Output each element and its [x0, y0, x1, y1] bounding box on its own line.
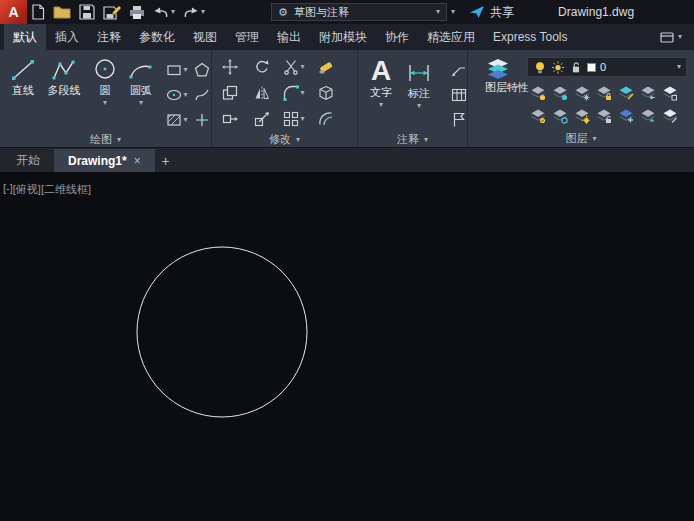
layer-isolate-tool[interactable]: [552, 85, 568, 101]
chevron-down-icon: ▾: [139, 99, 143, 107]
draw-panel: 直线 多段线 圆 ▾ 圆弧 ▾: [0, 50, 212, 147]
layer-unlock-tool[interactable]: [596, 108, 612, 124]
layer-off-tool[interactable]: [530, 85, 546, 101]
move-tool[interactable]: [222, 59, 238, 75]
workspace-selector[interactable]: ⚙ 草图与注释 ▾: [271, 3, 447, 21]
fillet-icon: [283, 85, 299, 101]
rotate-tool[interactable]: [254, 59, 270, 75]
chevron-down-icon: ▾: [300, 115, 304, 123]
tab-collaborate[interactable]: 协作: [376, 24, 418, 50]
table-icon: [451, 87, 467, 103]
layer-match-tool[interactable]: [618, 85, 634, 101]
tab-parametric[interactable]: 参数化: [130, 24, 184, 50]
panel-title: 修改: [269, 132, 291, 147]
modify-panel-content: ▾ ▾: [212, 50, 357, 132]
polyline-tool[interactable]: 多段线: [41, 53, 87, 132]
layer-state-icon: [662, 85, 678, 101]
arc-tool[interactable]: 圆弧 ▾: [123, 53, 159, 132]
layer-thaw-tool[interactable]: [574, 108, 590, 124]
rectangle-tool[interactable]: ▾: [163, 62, 191, 78]
dimension-tool[interactable]: 标注 ▾: [399, 53, 439, 132]
spline-tool[interactable]: [191, 87, 213, 103]
save-as-icon: [103, 4, 121, 20]
layer-lock-tool[interactable]: [596, 85, 612, 101]
rotate-icon: [254, 59, 270, 75]
offset-tool[interactable]: [318, 111, 334, 127]
explode-tool[interactable]: [318, 85, 334, 101]
hatch-tool[interactable]: ▾: [163, 112, 191, 128]
trim-tool[interactable]: ▾: [283, 59, 304, 75]
layer-unlock-icon: [569, 60, 583, 75]
fillet-tool[interactable]: ▾: [283, 85, 304, 101]
annotation-panel-label[interactable]: 注释 ▾: [358, 132, 467, 147]
layers-panel-label[interactable]: 图层 ▾: [468, 130, 694, 147]
plot-button[interactable]: [125, 0, 149, 24]
line-tool[interactable]: 直线: [5, 53, 41, 132]
ribbon-options-button[interactable]: ▾: [648, 24, 694, 50]
drawn-circle[interactable]: [137, 247, 307, 417]
circle-tool[interactable]: 圆 ▾: [87, 53, 123, 132]
layer-on-tool[interactable]: [530, 108, 546, 124]
chevron-down-icon: ▾: [183, 116, 187, 124]
new-file-button[interactable]: [27, 0, 49, 24]
layer-unisolate-tool[interactable]: [552, 108, 568, 124]
tab-output[interactable]: 输出: [268, 24, 310, 50]
tab-featured-apps[interactable]: 精选应用: [418, 24, 484, 50]
layer-freeze-icon: [574, 85, 590, 101]
draw-panel-label[interactable]: 绘图 ▾: [0, 132, 211, 147]
open-file-button[interactable]: [49, 0, 75, 24]
point-tool[interactable]: [191, 112, 213, 128]
layer-properties-button[interactable]: 图层特性: [473, 53, 523, 130]
ribbon-panel-icon: [660, 32, 674, 43]
open-folder-icon: [53, 5, 71, 19]
copy-tool[interactable]: [222, 85, 238, 101]
close-icon[interactable]: ×: [134, 154, 141, 168]
autocad-window: A ▾ ▾ ⚙ 草图与注释 ▾ ▾: [0, 0, 694, 521]
tab-annotate[interactable]: 注释: [88, 24, 130, 50]
file-tab-bar: 开始 Drawing1* × +: [0, 148, 694, 172]
tab-view[interactable]: 视图: [184, 24, 226, 50]
file-tab-start[interactable]: 开始: [2, 149, 54, 172]
qat-customize-button[interactable]: ▾: [447, 0, 459, 24]
workspace-label: 草图与注释: [294, 5, 430, 20]
tab-home[interactable]: 默认: [4, 24, 46, 50]
scale-tool[interactable]: [254, 111, 270, 127]
point-icon: [194, 112, 210, 128]
layer-merge-icon: [662, 108, 678, 124]
modify-panel-label[interactable]: 修改 ▾: [212, 132, 357, 147]
tab-insert[interactable]: 插入: [46, 24, 88, 50]
chevron-down-icon: ▾: [678, 33, 682, 41]
save-as-button[interactable]: [99, 0, 125, 24]
chevron-down-icon: ▾: [296, 136, 300, 144]
layer-state-tool[interactable]: [662, 85, 678, 101]
layer-copy-tool[interactable]: [618, 108, 634, 124]
share-button[interactable]: 共享: [469, 4, 514, 21]
erase-tool[interactable]: [318, 59, 334, 75]
app-logo[interactable]: A: [0, 0, 27, 24]
mirror-icon: [254, 85, 270, 101]
tool-label: 圆: [100, 83, 111, 98]
stretch-tool[interactable]: [222, 111, 238, 127]
layer-previous-tool[interactable]: [640, 85, 656, 101]
array-tool[interactable]: ▾: [283, 111, 304, 127]
polygon-tool[interactable]: [191, 62, 213, 78]
layer-walk-tool[interactable]: [640, 108, 656, 124]
text-tool[interactable]: A 文字 ▾: [363, 53, 399, 132]
save-button[interactable]: [75, 0, 99, 24]
new-drawing-button[interactable]: +: [155, 149, 177, 172]
layer-dropdown[interactable]: 0 ▾: [527, 57, 687, 77]
ellipse-tool[interactable]: ▾: [163, 87, 191, 103]
redo-button[interactable]: ▾: [179, 0, 209, 24]
layer-merge-tool[interactable]: [662, 108, 678, 124]
file-tab-drawing1[interactable]: Drawing1* ×: [54, 149, 155, 172]
layer-freeze-tool[interactable]: [574, 85, 590, 101]
tab-express-tools[interactable]: Express Tools: [484, 24, 576, 50]
tab-addins[interactable]: 附加模块: [310, 24, 376, 50]
mirror-tool[interactable]: [254, 85, 270, 101]
undo-button[interactable]: ▾: [149, 0, 179, 24]
drawing-canvas[interactable]: [-] [俯视] [二维线框]: [0, 172, 694, 521]
tab-manage[interactable]: 管理: [226, 24, 268, 50]
markup-flag-icon: [451, 112, 467, 128]
modify-panel: ▾ ▾: [212, 50, 358, 147]
layer-unisolate-icon: [552, 108, 568, 124]
